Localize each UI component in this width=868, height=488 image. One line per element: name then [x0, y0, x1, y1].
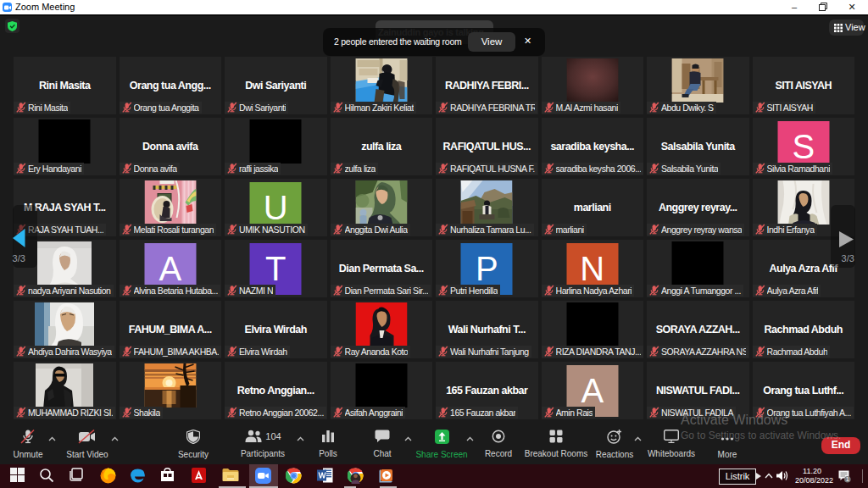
svg-text:1: 1 — [846, 475, 849, 483]
